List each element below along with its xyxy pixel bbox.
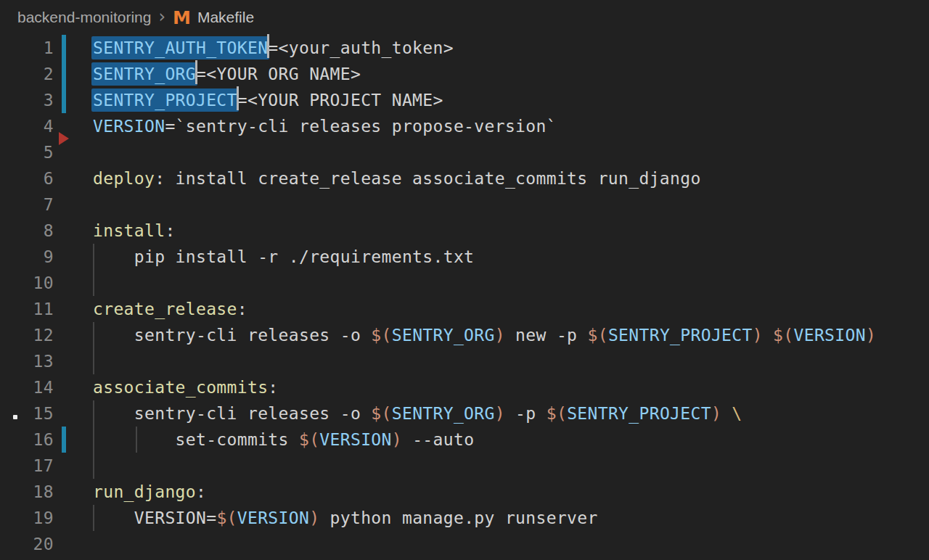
code-text: run_django: xyxy=(93,479,206,505)
line-number: 20 xyxy=(0,531,54,557)
token: ) xyxy=(495,326,505,345)
white-dot-artifact xyxy=(13,415,17,419)
token: run_django xyxy=(93,482,196,501)
token: VERSION xyxy=(319,430,391,449)
line-number: 9 xyxy=(0,244,54,270)
code-line[interactable]: 8install: xyxy=(0,218,929,244)
code-line[interactable]: 20 xyxy=(0,531,929,557)
token: set-commits xyxy=(93,430,299,449)
token: $( xyxy=(371,404,391,423)
selection-highlight: SENTRY_ORG xyxy=(91,62,197,86)
token: : install create_release associate_commi… xyxy=(155,169,700,188)
token: ) xyxy=(495,404,505,423)
code-text: sentry-cli releases -o $(SENTRY_ORG) -p … xyxy=(93,400,742,427)
token: python manage.py runserver xyxy=(319,508,597,527)
token: install xyxy=(93,221,165,240)
token: VERSION xyxy=(93,117,165,136)
breadcrumb-file[interactable]: Makefile xyxy=(197,9,254,26)
token: =<YOUR PROJECT NAME> xyxy=(237,91,443,110)
code-line[interactable]: 5 xyxy=(0,139,929,165)
indent-guide xyxy=(93,270,94,296)
token: ) xyxy=(309,508,319,527)
code-line[interactable]: 7 xyxy=(0,192,929,218)
code-line[interactable]: 18run_django: xyxy=(0,479,929,505)
line-number: 13 xyxy=(0,348,54,374)
code-text: VERSION=`sentry-cli releases propose-ver… xyxy=(93,113,557,139)
code-text: pip install -r ./requirements.txt xyxy=(93,244,474,270)
line-number: 18 xyxy=(0,479,54,505)
token: VERSION xyxy=(237,508,309,527)
token: $( xyxy=(773,326,793,345)
token: SENTRY_ORG xyxy=(392,404,495,423)
line-number: 10 xyxy=(0,270,54,296)
line-number: 1 xyxy=(0,35,54,61)
chevron-right-icon: › xyxy=(158,7,165,27)
modified-line-indicator xyxy=(62,61,66,87)
line-number: 4 xyxy=(0,113,54,139)
token: pip install -r ./requirements.txt xyxy=(93,247,474,266)
token: : xyxy=(196,482,206,501)
code-editor[interactable]: 1SENTRY_AUTH_TOKEN=<your_auth_token>2SEN… xyxy=(0,35,929,557)
code-line[interactable]: 13 xyxy=(0,348,929,374)
token: $( xyxy=(547,404,567,423)
line-number: 11 xyxy=(0,296,54,322)
token: SENTRY_PROJECT xyxy=(567,404,711,423)
token: SENTRY_PROJECT xyxy=(608,326,753,345)
token: deploy xyxy=(93,169,155,188)
token: $( xyxy=(299,430,319,449)
token: =<your_auth_token> xyxy=(268,38,454,57)
line-number: 6 xyxy=(0,165,54,192)
code-text: install: xyxy=(93,218,176,244)
token: : xyxy=(165,221,175,240)
code-text: VERSION=$(VERSION) python manage.py runs… xyxy=(93,505,598,531)
indent-guide xyxy=(93,453,94,479)
token: ) xyxy=(753,326,763,345)
token: sentry-cli releases -o xyxy=(93,326,371,345)
code-line[interactable]: 1SENTRY_AUTH_TOKEN=<your_auth_token> xyxy=(0,35,929,61)
token: $( xyxy=(371,326,391,345)
code-line[interactable]: 17 xyxy=(0,453,929,479)
token: $( xyxy=(216,508,237,527)
code-line[interactable]: 15 sentry-cli releases -o $(SENTRY_ORG) … xyxy=(0,400,929,427)
line-number: 14 xyxy=(0,374,54,400)
code-line[interactable]: 6deploy: install create_release associat… xyxy=(0,165,929,192)
line-number: 3 xyxy=(0,87,54,113)
code-line[interactable]: 16 set-commits $(VERSION) --auto xyxy=(0,427,929,453)
token: new -p xyxy=(505,326,588,345)
token: : xyxy=(268,378,278,397)
code-line[interactable]: 12 sentry-cli releases -o $(SENTRY_ORG) … xyxy=(0,322,929,348)
token xyxy=(721,404,732,423)
indent-guide xyxy=(93,348,94,374)
token: VERSION= xyxy=(93,508,216,527)
code-line[interactable]: 2SENTRY_ORG=<YOUR ORG NAME> xyxy=(0,61,929,87)
token: --auto xyxy=(402,430,474,449)
modified-line-indicator xyxy=(62,87,66,113)
code-text: deploy: install create_release associate… xyxy=(93,165,701,192)
code-text: set-commits $(VERSION) --auto xyxy=(93,427,474,453)
code-line[interactable]: 11create_release: xyxy=(0,296,929,322)
line-number: 16 xyxy=(0,427,54,453)
code-line[interactable]: 9 pip install -r ./requirements.txt xyxy=(0,244,929,270)
token: ) xyxy=(866,326,876,345)
line-number: 5 xyxy=(0,139,54,165)
code-line[interactable]: 4VERSION=`sentry-cli releases propose-ve… xyxy=(0,113,929,139)
modified-line-indicator xyxy=(62,35,66,61)
code-line[interactable]: 19 VERSION=$(VERSION) python manage.py r… xyxy=(0,505,929,531)
code-line[interactable]: 14associate_commits: xyxy=(0,374,929,400)
token: associate_commits xyxy=(93,378,268,397)
token: SENTRY_ORG xyxy=(392,326,495,345)
selection-highlight: SENTRY_AUTH_TOKEN xyxy=(91,36,269,59)
code-line[interactable]: 3SENTRY_PROJECT=<YOUR PROJECT NAME> xyxy=(0,87,929,113)
code-text: associate_commits: xyxy=(93,374,279,400)
token: $( xyxy=(588,326,608,345)
makefile-icon: M xyxy=(173,7,191,28)
code-line[interactable]: 10 xyxy=(0,270,929,296)
token: \ xyxy=(732,404,742,423)
breadcrumb-folder[interactable]: backend-monitoring xyxy=(17,9,151,26)
token xyxy=(763,326,773,345)
token: -p xyxy=(505,404,547,423)
breadcrumb: backend-monitoring › M Makefile xyxy=(0,0,929,35)
code-text: create_release: xyxy=(93,296,247,322)
line-number: 7 xyxy=(0,192,54,218)
token: =<YOUR ORG NAME> xyxy=(196,65,361,83)
